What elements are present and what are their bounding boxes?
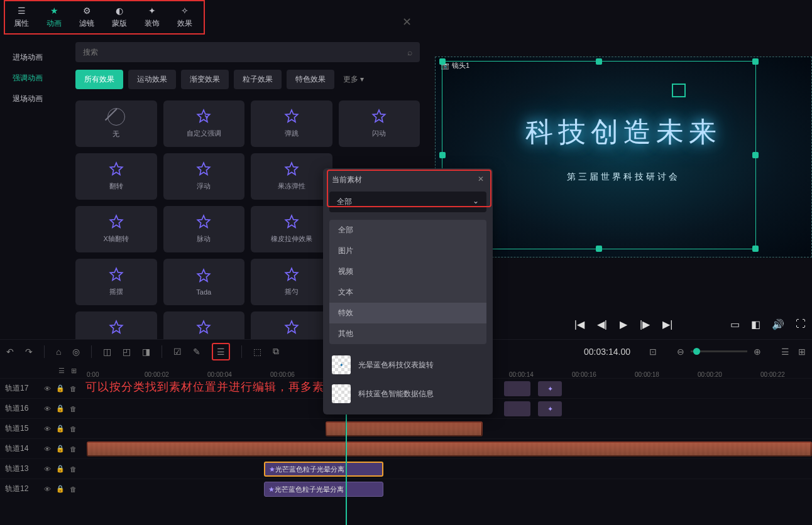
effect-bounce[interactable]: 弹跳 — [251, 100, 332, 147]
resize-handle[interactable] — [752, 152, 759, 158]
copy-icon[interactable]: ⧉ — [273, 346, 279, 357]
effect-tada[interactable]: Tada — [163, 259, 245, 305]
tab-attributes[interactable]: ☰属性 — [5, 1, 38, 33]
tracks-add-icon[interactable]: ⊞ — [71, 367, 77, 375]
popup-option-video[interactable]: 视频 — [329, 261, 486, 282]
popup-option-other[interactable]: 其他 — [329, 323, 486, 344]
layers-button[interactable]: ☰ — [212, 343, 230, 360]
play-button[interactable]: ▶ — [620, 318, 627, 330]
ratio-icon[interactable]: ◨ — [142, 347, 150, 357]
track-header[interactable]: 轨道13👁🔒🗑 — [0, 463, 82, 474]
lock-icon[interactable]: 🔒 — [56, 425, 65, 433]
volume-button[interactable]: 🔊 — [772, 318, 784, 330]
popup-material-item[interactable]: ✦ 光晕蓝色科技仪表旋转 — [332, 350, 484, 379]
trash-icon[interactable]: 🗑 — [70, 425, 77, 433]
filter-particle[interactable]: 粒子效果 — [234, 70, 282, 89]
effect-clip[interactable]: ★ 光芒蓝色粒子光晕分离 — [264, 482, 383, 497]
edit-icon[interactable]: ✎ — [193, 347, 200, 357]
search-input-wrapper[interactable]: ⌕ — [75, 42, 420, 62]
trash-icon[interactable]: 🗑 — [70, 405, 77, 413]
resize-handle[interactable] — [439, 58, 446, 65]
home-icon[interactable]: ⌂ — [56, 347, 61, 357]
search-input[interactable] — [83, 48, 407, 57]
popup-close-icon[interactable]: ✕ — [478, 175, 484, 185]
prev-frame-button[interactable]: ◀| — [597, 318, 607, 330]
resize-handle[interactable] — [752, 246, 759, 252]
crop-icon[interactable]: ◰ — [123, 347, 131, 357]
tab-effects[interactable]: ✧效果 — [168, 1, 201, 33]
effect-pulse[interactable]: 脉动 — [163, 206, 245, 252]
next-frame-button[interactable]: |▶ — [640, 318, 650, 330]
eye-icon[interactable]: 👁 — [44, 485, 51, 493]
audio-clip[interactable] — [87, 441, 812, 457]
tab-animation[interactable]: ★动画 — [38, 1, 70, 33]
popup-option-all[interactable]: 全部 — [329, 220, 486, 241]
trash-icon[interactable]: 🗑 — [70, 385, 77, 392]
trash-icon[interactable]: 🗑 — [70, 485, 77, 493]
track-lane[interactable]: ★ 光芒蓝色粒子光晕分离 — [82, 479, 812, 499]
lock-icon[interactable]: 🔒 — [56, 465, 65, 473]
filter-gradient[interactable]: 渐变效果 — [181, 70, 229, 89]
zoom-in-button[interactable]: ⊕ — [754, 347, 761, 357]
tab-mask[interactable]: ◐蒙版 — [103, 1, 136, 33]
list-icon[interactable]: ☰ — [781, 347, 789, 357]
fullscreen-button[interactable]: ⛶ — [796, 318, 806, 330]
effect-xflip[interactable]: X轴翻转 — [75, 206, 157, 252]
crop-icon[interactable] — [672, 84, 686, 97]
lock-icon[interactable]: 🔒 — [56, 384, 65, 392]
eye-icon[interactable]: 👁 — [44, 465, 51, 473]
tab-filter[interactable]: ⚙滤镜 — [70, 1, 103, 33]
track-header[interactable]: 轨道16👁🔒🗑 — [0, 403, 82, 414]
popup-material-item[interactable]: 科技蓝色智能数据信息 — [332, 379, 484, 408]
fit-icon[interactable]: ⊡ — [649, 347, 657, 357]
clip[interactable]: ✦ — [538, 401, 562, 416]
resize-handle[interactable] — [439, 152, 446, 158]
track-header[interactable]: 轨道15👁🔒🗑 — [0, 423, 82, 434]
subnav-enter[interactable]: 进场动画 — [0, 47, 75, 68]
redo-button[interactable]: ↷ — [25, 347, 33, 357]
track-lane[interactable] — [82, 419, 812, 438]
eye-icon[interactable]: 👁 — [44, 405, 51, 413]
track-header[interactable]: 轨道17👁🔒🗑 — [0, 383, 82, 394]
trash-icon[interactable]: 🗑 — [70, 445, 77, 453]
popup-dropdown[interactable]: 全部 ⌄ — [329, 192, 486, 212]
target-icon[interactable]: ◎ — [72, 347, 80, 357]
track-header[interactable]: 轨道12👁🔒🗑 — [0, 484, 82, 494]
track-header[interactable]: 轨道14👁🔒🗑 — [0, 443, 82, 454]
tab-decorate[interactable]: ✦装饰 — [136, 1, 168, 33]
prev-clip-button[interactable]: |◀ — [574, 318, 584, 330]
effect-swing[interactable]: 摇摆 — [75, 259, 157, 305]
trash-icon[interactable]: 🗑 — [70, 465, 77, 473]
effect-jelly[interactable]: 果冻弹性 — [251, 153, 332, 200]
eye-icon[interactable]: 👁 — [44, 385, 51, 392]
track-lane[interactable] — [82, 439, 812, 458]
effect-flip[interactable]: 翻转 — [75, 153, 157, 200]
check-icon[interactable]: ☑ — [173, 347, 182, 357]
tracks-menu-icon[interactable]: ☰ — [58, 367, 65, 375]
resize-handle[interactable] — [596, 58, 602, 65]
transform-icon[interactable]: ◫ — [103, 347, 111, 357]
clip[interactable]: ✦ — [538, 381, 562, 396]
add-track-icon[interactable]: ⊞ — [798, 347, 806, 357]
resize-handle[interactable] — [596, 246, 602, 252]
undo-button[interactable]: ↶ — [6, 347, 14, 357]
filter-more[interactable]: 更多 ▾ — [339, 70, 368, 89]
effect-shake[interactable]: 摇匀 — [251, 259, 332, 305]
eye-icon[interactable]: 👁 — [44, 445, 51, 453]
effect-custom[interactable]: 自定义强调 — [163, 100, 245, 147]
popup-option-effect[interactable]: 特效 — [329, 303, 486, 323]
effect-float[interactable]: 浮动 — [163, 153, 245, 200]
subnav-emphasis[interactable]: 强调动画 — [0, 68, 75, 89]
audio-clip[interactable] — [326, 421, 483, 436]
track-lane[interactable]: ★ 光芒蓝色粒子光晕分离 — [82, 459, 812, 479]
popup-option-text[interactable]: 文本 — [329, 282, 486, 303]
filter-motion[interactable]: 运动效果 — [128, 70, 176, 89]
clip[interactable] — [504, 401, 530, 416]
popup-option-image[interactable]: 图片 — [329, 241, 486, 261]
subnav-exit[interactable]: 退场动画 — [0, 89, 75, 109]
effect-flash[interactable]: 闪动 — [339, 100, 420, 147]
effect-none[interactable]: 无 — [75, 100, 157, 147]
next-clip-button[interactable]: ▶| — [662, 318, 672, 330]
search-icon[interactable]: ⌕ — [407, 47, 412, 57]
resize-handle[interactable] — [752, 58, 759, 65]
